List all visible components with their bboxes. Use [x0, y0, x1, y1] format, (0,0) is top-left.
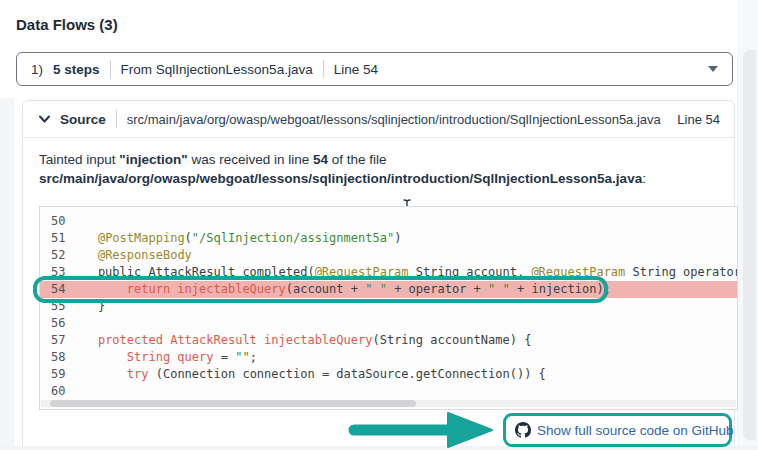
- github-link-label: Show full source code on GitHub: [537, 423, 734, 438]
- code-text: }: [69, 298, 105, 315]
- page-left-gutter: [0, 98, 14, 446]
- tainted-input-name: "injection": [119, 152, 187, 167]
- source-file-path: src/main/java/org/owasp/webgoat/lessons/…: [127, 112, 661, 127]
- chevron-down-icon[interactable]: [39, 115, 50, 123]
- code-line-55: 55 }: [40, 298, 737, 315]
- code-line-57: 57 protected AttackResult injectableQuer…: [40, 332, 737, 349]
- code-line-58: 58 String query = "";: [40, 349, 737, 366]
- line-number: 54: [51, 281, 69, 298]
- code-text: try (Connection connection = dataSource.…: [69, 366, 546, 383]
- source-panel: Source src/main/java/org/owasp/webgoat/l…: [22, 100, 735, 450]
- divider: [116, 110, 117, 128]
- data-flows-view: Data Flows (3) 1) 5 steps From SqlInject…: [0, 0, 758, 450]
- code-line-59: 59 try (Connection connection = dataSour…: [40, 366, 737, 383]
- source-line-number: Line 54: [677, 112, 720, 127]
- source-panel-header[interactable]: Source src/main/java/org/owasp/webgoat/l…: [23, 101, 734, 138]
- code-viewer: 5051 @PostMapping("/SqlInjection/assignm…: [39, 206, 738, 410]
- code-line-54: 54 return injectableQuery(account + " " …: [40, 281, 737, 298]
- code-line-50: 50: [40, 213, 737, 230]
- code-text: @PostMapping("/SqlInjection/assignment5a…: [69, 230, 401, 247]
- horizontal-scrollbar[interactable]: [41, 400, 736, 407]
- code-line-56: 56: [40, 315, 737, 332]
- divider: [110, 60, 111, 78]
- chevron-down-icon: [708, 66, 718, 72]
- data-flow-selector[interactable]: 1) 5 steps From SqlInjectionLesson5a.jav…: [16, 52, 733, 86]
- code-text: return injectableQuery(account + " " + o…: [69, 281, 611, 298]
- code-lines: 5051 @PostMapping("/SqlInjection/assignm…: [40, 207, 737, 400]
- code-line-53: 53 public AttackResult completed(@Reques…: [40, 264, 737, 281]
- desc-text: of the file: [328, 152, 387, 167]
- line-number: 51: [51, 230, 69, 247]
- desc-file-path: src/main/java/org/owasp/webgoat/lessons/…: [39, 171, 642, 186]
- line-number: 58: [51, 349, 69, 366]
- code-line-52: 52 @ResponseBody: [40, 247, 737, 264]
- horizontal-scrollbar-thumb[interactable]: [50, 400, 416, 407]
- flow-from: From SqlInjectionLesson5a.java: [121, 62, 313, 77]
- code-line-51: 51 @PostMapping("/SqlInjection/assignmen…: [40, 230, 737, 247]
- desc-text: Tainted input: [39, 152, 119, 167]
- github-icon: [515, 422, 531, 438]
- page-right-column: [737, 0, 758, 450]
- annotation-arrow-icon: [342, 409, 496, 450]
- line-number: 56: [51, 315, 69, 332]
- desc-text: was received in line: [188, 152, 313, 167]
- line-number: 60: [51, 383, 69, 400]
- flow-index: 1): [31, 62, 43, 77]
- line-number: 50: [51, 213, 69, 230]
- desc-text: :: [642, 171, 646, 186]
- taint-description: Tainted input "injection" was received i…: [39, 150, 729, 188]
- page-scrollbar[interactable]: [743, 50, 756, 440]
- line-number: 52: [51, 247, 69, 264]
- code-line-60: 60: [40, 383, 737, 400]
- source-section-title: Source: [60, 112, 106, 127]
- code-text: @ResponseBody: [69, 247, 192, 264]
- code-text: public AttackResult completed(@RequestPa…: [69, 264, 738, 281]
- code-text: String query = "";: [69, 349, 257, 366]
- desc-line-number: 54: [313, 152, 328, 167]
- line-number: 55: [51, 298, 69, 315]
- flow-line: Line 54: [334, 62, 378, 77]
- line-number: 53: [51, 264, 69, 281]
- line-number: 57: [51, 332, 69, 349]
- code-text: protected AttackResult injectableQuery(S…: [69, 332, 531, 349]
- divider: [323, 60, 324, 78]
- github-link[interactable]: Show full source code on GitHub: [503, 413, 732, 447]
- page-title: Data Flows (3): [16, 16, 118, 33]
- flow-steps: 5 steps: [53, 62, 100, 77]
- line-number: 59: [51, 366, 69, 383]
